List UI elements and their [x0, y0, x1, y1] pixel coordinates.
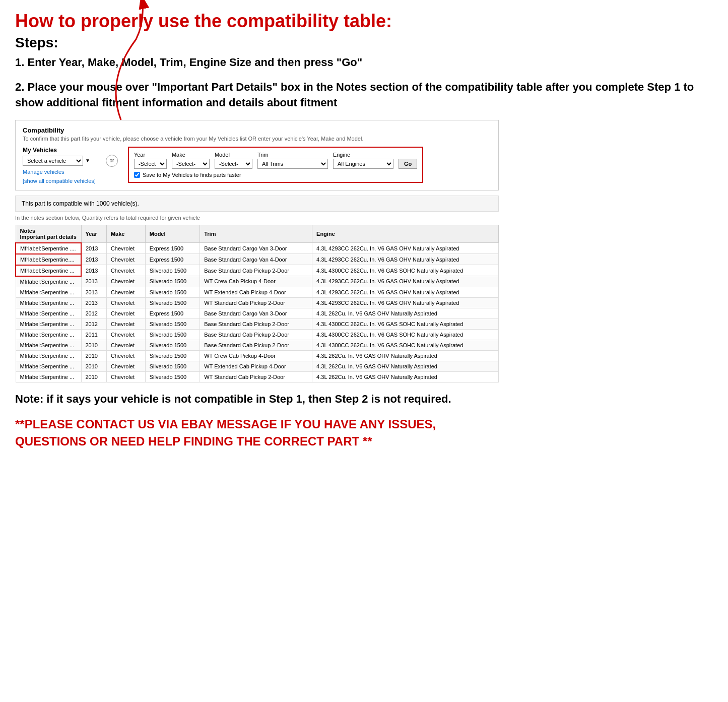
year-cell: 2012 — [81, 318, 106, 329]
make-cell: Chevrolet — [106, 318, 145, 329]
notes-cell: Mfrlabel:Serpentine ... — [16, 265, 81, 276]
model-field-group: Model -Select- — [215, 152, 252, 169]
make-cell: Chevrolet — [106, 254, 145, 265]
go-button[interactable]: Go — [399, 159, 417, 169]
table-row: Mfrlabel:Serpentine ...2010ChevroletSilv… — [16, 371, 499, 382]
step1-text: 1. Enter Year, Make, Model, Trim, Engine… — [15, 55, 713, 71]
table-row: Mfrlabel:Serpentine ....2013ChevroletExp… — [16, 243, 499, 254]
trim-cell: Base Standard Cargo Van 3-Door — [200, 308, 312, 318]
save-row: Save to My Vehicles to finds parts faste… — [134, 172, 417, 178]
compatibility-table: Notes Important part details Year Make M… — [15, 225, 499, 382]
year-cell: 2013 — [81, 297, 106, 308]
year-column-header: Year — [81, 225, 106, 243]
year-cell: 2010 — [81, 361, 106, 371]
trim-cell: WT Extended Cab Pickup 4-Door — [200, 361, 312, 371]
compat-notes-bar: In the notes section below, Quantity ref… — [15, 215, 499, 221]
important-part-details-label: Important part details — [20, 234, 77, 240]
compat-title: Compatibility — [23, 126, 491, 134]
engine-cell: 4.3L 4293CC 262Cu. In. V6 GAS OHV Natura… — [312, 297, 499, 308]
contact-text: **PLEASE CONTACT US VIA EBAY MESSAGE IF … — [15, 416, 499, 450]
make-cell: Chevrolet — [106, 340, 145, 350]
table-body: Mfrlabel:Serpentine ....2013ChevroletExp… — [16, 243, 499, 382]
make-cell: Chevrolet — [106, 297, 145, 308]
trim-cell: Base Standard Cab Pickup 2-Door — [200, 329, 312, 340]
or-circle: or — [106, 155, 118, 167]
engine-cell: 4.3L 4293CC 262Cu. In. V6 GAS OHV Natura… — [312, 287, 499, 297]
show-compatible-link[interactable]: [show all compatible vehicles] — [23, 178, 96, 184]
year-select[interactable]: -Select- — [134, 159, 167, 169]
step2-text: 2. Place your mouse over "Important Part… — [15, 80, 713, 111]
model-cell: Silverado 1500 — [145, 371, 200, 382]
model-cell: Silverado 1500 — [145, 361, 200, 371]
make-field-group: Make -Select- — [172, 152, 210, 169]
engine-cell: 4.3L 4300CC 262Cu. In. V6 GAS SOHC Natur… — [312, 329, 499, 340]
engine-field-group: Engine All Engines — [333, 152, 393, 169]
steps-heading: Steps: — [15, 35, 713, 51]
model-column-header: Model — [145, 225, 200, 243]
notes-cell: Mfrlabel:Serpentine .... — [16, 243, 81, 254]
table-row: Mfrlabel:Serpentine ...2012ChevroletSilv… — [16, 318, 499, 329]
engine-cell: 4.3L 262Cu. In. V6 GAS OHV Naturally Asp… — [312, 361, 499, 371]
make-cell: Chevrolet — [106, 243, 145, 254]
notes-cell: Mfrlabel:Serpentine ... — [16, 287, 81, 297]
trim-label: Trim — [257, 152, 328, 158]
year-make-section: Year -Select- Make -Select- Model — [128, 147, 423, 183]
year-cell: 2013 — [81, 243, 106, 254]
year-cell: 2010 — [81, 340, 106, 350]
year-cell: 2013 — [81, 254, 106, 265]
notes-cell: Mfrlabel:Serpentine ... — [16, 308, 81, 318]
trim-cell: Base Standard Cargo Van 3-Door — [200, 243, 312, 254]
table-row: Mfrlabel:Serpentine ...2012ChevroletExpr… — [16, 308, 499, 318]
notes-cell: Mfrlabel:Serpentine ... — [16, 297, 81, 308]
make-cell: Chevrolet — [106, 287, 145, 297]
trim-cell: Base Standard Cab Pickup 2-Door — [200, 265, 312, 276]
engine-cell: 4.3L 4293CC 262Cu. In. V6 GAS OHV Natura… — [312, 243, 499, 254]
make-cell: Chevrolet — [106, 329, 145, 340]
notes-cell: Mfrlabel:Serpentine ... — [16, 350, 81, 361]
save-checkbox[interactable] — [134, 172, 140, 178]
notes-column-header: Notes Important part details — [16, 225, 81, 243]
trim-column-header: Trim — [200, 225, 312, 243]
table-row: Mfrlabel:Serpentine ...2013ChevroletSilv… — [16, 297, 499, 308]
my-vehicles-section: My Vehicles Select a vehicle ▼ Manage ve… — [23, 147, 96, 184]
trim-cell: WT Standard Cab Pickup 2-Door — [200, 371, 312, 382]
year-label: Year — [134, 152, 167, 158]
engine-cell: 4.3L 4300CC 262Cu. In. V6 GAS SOHC Natur… — [312, 318, 499, 329]
model-cell: Express 1500 — [145, 254, 200, 265]
make-select[interactable]: -Select- — [172, 159, 210, 169]
year-cell: 2010 — [81, 371, 106, 382]
make-label: Make — [172, 152, 210, 158]
trim-cell: WT Crew Cab Pickup 4-Door — [200, 350, 312, 361]
make-cell: Chevrolet — [106, 265, 145, 276]
year-cell: 2013 — [81, 287, 106, 297]
engine-cell: 4.3L 4293CC 262Cu. In. V6 GAS OHV Natura… — [312, 276, 499, 287]
trim-select[interactable]: All Trims — [257, 159, 328, 169]
notes-cell: Mfrlabel:Serpentine ... — [16, 361, 81, 371]
table-row: Mfrlabel:Serpentine....2013ChevroletExpr… — [16, 254, 499, 265]
make-column-header: Make — [106, 225, 145, 243]
notes-cell: Mfrlabel:Serpentine.... — [16, 254, 81, 265]
save-label: Save to My Vehicles to finds parts faste… — [143, 172, 241, 178]
trim-cell: WT Standard Cab Pickup 2-Door — [200, 297, 312, 308]
table-row: Mfrlabel:Serpentine ...2013ChevroletSilv… — [16, 287, 499, 297]
model-cell: Silverado 1500 — [145, 287, 200, 297]
table-row: Mfrlabel:Serpentine ...2013ChevroletSilv… — [16, 265, 499, 276]
year-cell: 2012 — [81, 308, 106, 318]
model-cell: Silverado 1500 — [145, 276, 200, 287]
notes-cell: Mfrlabel:Serpentine ... — [16, 276, 81, 287]
notes-cell: Mfrlabel:Serpentine ... — [16, 371, 81, 382]
engine-select[interactable]: All Engines — [333, 159, 393, 169]
engine-cell: 4.3L 4300CC 262Cu. In. V6 GAS SOHC Natur… — [312, 265, 499, 276]
trim-cell: Base Standard Cargo Van 4-Door — [200, 254, 312, 265]
make-cell: Chevrolet — [106, 308, 145, 318]
year-cell: 2011 — [81, 329, 106, 340]
vehicle-select[interactable]: Select a vehicle — [23, 156, 83, 166]
make-cell: Chevrolet — [106, 371, 145, 382]
manage-vehicles-link[interactable]: Manage vehicles — [23, 169, 96, 175]
compat-subtitle: To confirm that this part fits your vehi… — [23, 136, 491, 142]
engine-cell: 4.3L 262Cu. In. V6 GAS OHV Naturally Asp… — [312, 371, 499, 382]
model-select[interactable]: -Select- — [215, 159, 252, 169]
engine-cell: 4.3L 262Cu. In. V6 GAS OHV Naturally Asp… — [312, 350, 499, 361]
engine-label: Engine — [333, 152, 393, 158]
model-cell: Silverado 1500 — [145, 340, 200, 350]
